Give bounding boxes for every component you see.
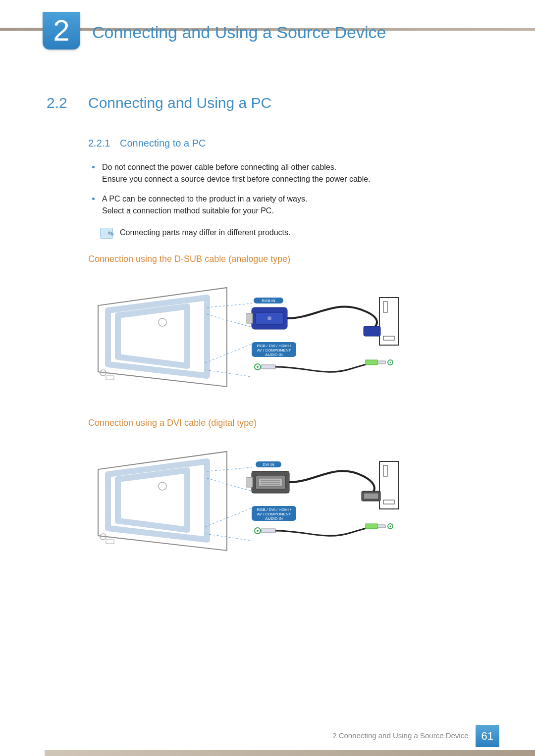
svg-line-8 — [205, 344, 252, 363]
port-label-audio-l2: AV / COMPONENT — [257, 512, 291, 516]
subsection-number: 2.2.1 — [88, 136, 120, 151]
svg-point-3 — [159, 318, 166, 326]
svg-marker-29 — [118, 470, 187, 530]
bullet-line: Do not connect the power cable before co… — [102, 163, 336, 171]
subsection-heading: 2.2.1 Connecting to a PC — [88, 136, 495, 151]
svg-line-9 — [205, 370, 252, 377]
connection-diagram-dvi: DVI IN RGB / DVI / HDMI / A — [88, 442, 405, 560]
page-number: 61 — [476, 725, 499, 747]
footer-bar — [45, 750, 535, 756]
bullet-list: Do not connect the power cable before co… — [88, 161, 495, 217]
note-icon — [100, 228, 113, 239]
footer-chapter-ref: 2 Connecting and Using a Source Device — [332, 730, 468, 742]
chapter-number-badge: 2 — [43, 12, 80, 50]
svg-rect-13 — [247, 313, 253, 323]
svg-rect-18 — [364, 326, 380, 336]
page-footer: 2 Connecting and Using a Source Device 6… — [0, 728, 535, 756]
svg-rect-55 — [377, 525, 385, 528]
svg-point-14 — [268, 316, 271, 320]
svg-line-33 — [207, 467, 252, 471]
subsection-title: Connecting to a PC — [120, 136, 206, 151]
svg-rect-45 — [379, 461, 398, 509]
port-label-audio-l3: AUDIO IN — [265, 516, 283, 521]
svg-rect-54 — [366, 524, 377, 529]
diagram-heading: Connection using a DVI cable (digital ty… — [88, 416, 495, 430]
svg-rect-23 — [366, 360, 377, 365]
section-number: 2.2 — [47, 92, 88, 114]
bullet-line: Select a connection method suitable for … — [102, 206, 274, 215]
section-heading: 2.2 Connecting and Using a PC — [47, 92, 495, 114]
svg-rect-32 — [106, 540, 114, 544]
connection-diagram-dsub: RGB IN RGB / DVI / HDMI / AV / COMPONENT… — [88, 278, 405, 397]
port-label-audio-l1: RGB / DVI / HDMI / — [257, 344, 292, 348]
svg-line-35 — [205, 508, 252, 527]
chapter-title: Connecting and Using a Source Device — [92, 20, 386, 45]
svg-line-34 — [207, 478, 252, 491]
svg-rect-49 — [364, 493, 378, 499]
bullet-line: Ensure you connect a source device first… — [102, 175, 371, 183]
svg-point-21 — [257, 366, 259, 368]
note-text: Connecting parts may differ in different… — [120, 227, 290, 239]
port-label-audio-l2: AV / COMPONENT — [257, 348, 291, 353]
svg-marker-2 — [118, 306, 187, 366]
svg-line-7 — [207, 314, 252, 327]
svg-rect-24 — [377, 361, 385, 364]
svg-rect-5 — [106, 376, 114, 380]
diagram-heading: Connection using the D-SUB cable (analog… — [88, 252, 495, 266]
note: Connecting parts may differ in different… — [100, 227, 495, 239]
svg-rect-44 — [247, 477, 253, 487]
page-content: 2.2 Connecting and Using a PC 2.2.1 Conn… — [47, 92, 495, 580]
port-label-dvi-in: DVI IN — [263, 462, 274, 467]
bullet-line: A PC can be connected to the product in … — [102, 195, 307, 203]
svg-line-36 — [205, 534, 252, 541]
bullet-item: Do not connect the power cable before co… — [88, 161, 495, 185]
svg-rect-53 — [262, 529, 275, 533]
bullet-item: A PC can be connected to the product in … — [88, 193, 495, 217]
svg-point-52 — [257, 530, 259, 532]
svg-point-26 — [390, 362, 391, 363]
svg-rect-15 — [379, 298, 398, 345]
svg-point-57 — [390, 526, 391, 527]
port-label-audio-l1: RGB / DVI / HDMI / — [257, 507, 292, 512]
svg-rect-22 — [262, 365, 275, 369]
port-label-rgb-in: RGB IN — [262, 299, 275, 303]
port-label-audio-l3: AUDIO IN — [265, 353, 283, 357]
svg-point-30 — [159, 482, 166, 490]
section-title: Connecting and Using a PC — [88, 92, 271, 114]
svg-line-6 — [207, 303, 252, 307]
